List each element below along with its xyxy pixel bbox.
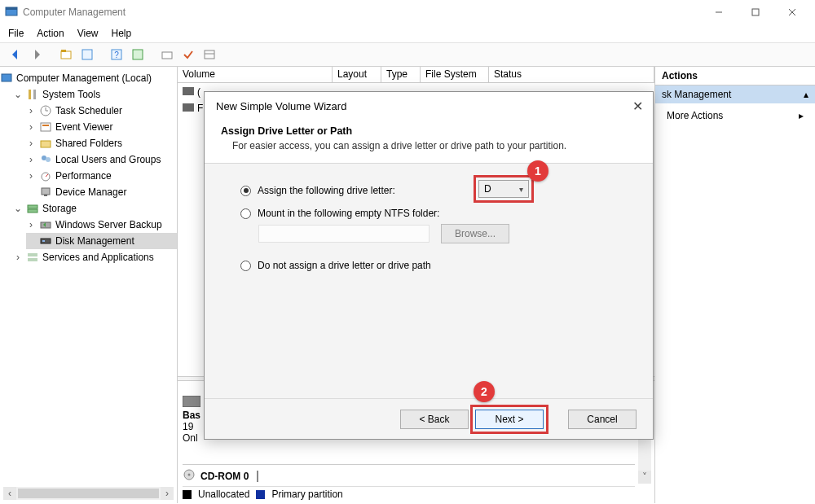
tree-task-scheduler[interactable]: ›Task Scheduler (26, 103, 177, 119)
help-icon[interactable]: ? (108, 46, 126, 64)
col-filesystem[interactable]: File System (421, 67, 489, 82)
svg-rect-37 (183, 87, 194, 95)
tree-services-apps[interactable]: › Services and Applications (13, 249, 177, 265)
chevron-right-icon[interactable]: › (26, 170, 36, 182)
chevron-right-icon[interactable]: › (13, 252, 23, 263)
menu-action[interactable]: Action (37, 28, 64, 39)
chevron-down-icon[interactable]: ⌄ (13, 89, 23, 100)
chevron-right-icon[interactable]: › (26, 154, 36, 165)
tool-icon-1[interactable] (57, 46, 75, 64)
actions-group[interactable]: sk Management ▴ (655, 85, 815, 103)
tool-icon-4[interactable] (158, 46, 176, 64)
tree-scrollbar-horizontal[interactable]: ‹ › (3, 487, 174, 500)
svg-rect-7 (61, 50, 66, 52)
tool-icon-2[interactable] (78, 46, 96, 64)
wizard-subheading: For easier access, you can assign a driv… (221, 140, 637, 151)
menu-help[interactable]: Help (112, 28, 132, 39)
chevron-right-icon[interactable]: › (26, 219, 36, 230)
forward-button[interactable] (28, 46, 46, 64)
cdrom-icon (183, 468, 196, 484)
radio-assign-letter[interactable] (240, 186, 251, 196)
legend-label-unallocated: Unallocated (198, 489, 249, 500)
col-volume[interactable]: Volume (178, 67, 333, 82)
svg-rect-39 (183, 396, 200, 407)
check-icon[interactable] (179, 46, 197, 64)
legend-label-primary: Primary partition (271, 489, 342, 500)
col-status[interactable]: Status (489, 67, 654, 82)
toolbar: ? (0, 42, 815, 67)
tree-root-label: Computer Management (Local) (16, 72, 152, 84)
cancel-button[interactable]: Cancel (568, 410, 637, 429)
tree-windows-backup[interactable]: ›Windows Server Backup (26, 217, 177, 233)
tree-storage[interactable]: ⌄ Storage (13, 200, 177, 217)
legend: Unallocated Primary partition (183, 486, 635, 500)
svg-rect-1 (6, 7, 17, 10)
wizard-title: New Simple Volume Wizard (216, 100, 346, 112)
app-icon (5, 6, 18, 19)
col-layout[interactable]: Layout (333, 67, 381, 82)
ntfs-folder-input[interactable] (258, 225, 430, 243)
tree-event-viewer[interactable]: ›Event Viewer (26, 119, 177, 135)
radio-no-letter[interactable] (240, 261, 251, 271)
legend-swatch-unallocated (183, 490, 192, 499)
tree-disk-management[interactable]: ›Disk Management (26, 233, 177, 249)
svg-rect-34 (42, 240, 45, 242)
svg-rect-8 (82, 50, 92, 59)
radio-mount-folder[interactable] (240, 208, 251, 219)
minimize-button[interactable] (700, 0, 737, 24)
svg-rect-21 (41, 123, 51, 131)
svg-rect-3 (752, 9, 759, 15)
scroll-right-icon[interactable]: › (161, 487, 174, 500)
svg-rect-23 (41, 141, 51, 147)
browse-button[interactable]: Browse... (441, 224, 509, 243)
tool-icon-3[interactable] (129, 46, 147, 64)
cdrom-row[interactable]: CD-ROM 0 (183, 464, 635, 484)
back-button[interactable] (7, 46, 24, 64)
col-type[interactable]: Type (381, 67, 421, 82)
tool-icon-5[interactable] (200, 46, 218, 64)
tree-root[interactable]: Computer Management (Local) (0, 70, 177, 86)
tree-device-manager[interactable]: ›Device Manager (26, 184, 177, 200)
menu-bar: File Action View Help (0, 24, 815, 42)
close-icon[interactable]: ✕ (620, 99, 643, 114)
svg-rect-16 (29, 90, 31, 99)
option-assign-letter[interactable]: Assign the following drive letter: (240, 185, 632, 196)
actions-more[interactable]: More Actions ▸ (655, 103, 815, 128)
drive-letter-select[interactable]: D ▾ (478, 180, 529, 198)
chevron-right-icon[interactable]: › (26, 121, 36, 133)
chevron-down-icon: ▾ (519, 185, 523, 194)
svg-point-41 (188, 474, 191, 476)
collapse-up-icon[interactable]: ▴ (804, 89, 808, 100)
legend-swatch-primary (256, 490, 265, 499)
chevron-right-icon[interactable]: › (26, 138, 36, 149)
disk-icon (183, 86, 194, 98)
chevron-down-icon[interactable]: ⌄ (13, 203, 23, 214)
close-window-button[interactable] (773, 0, 810, 24)
svg-rect-22 (42, 125, 49, 126)
tree-system-tools[interactable]: ⌄ System Tools (13, 86, 177, 103)
maximize-button[interactable] (737, 0, 773, 24)
next-button[interactable]: Next > (475, 410, 544, 429)
svg-text:?: ? (114, 50, 119, 59)
tree-performance[interactable]: ›Performance (26, 168, 177, 184)
option-no-letter[interactable]: Do not assign a drive letter or drive pa… (240, 260, 632, 271)
wizard-heading: Assign Drive Letter or Path (221, 125, 637, 137)
option-mount-folder[interactable]: Mount in the following empty NTFS folder… (240, 208, 632, 219)
svg-point-25 (46, 157, 51, 162)
window-titlebar: Computer Management (0, 0, 815, 24)
menu-file[interactable]: File (8, 28, 24, 39)
disk-icon (183, 398, 200, 410)
svg-rect-31 (28, 209, 37, 213)
svg-rect-30 (28, 205, 37, 208)
tree-local-users[interactable]: ›Local Users and Groups (26, 151, 177, 168)
svg-rect-17 (33, 90, 36, 99)
back-button[interactable]: < Back (400, 410, 469, 429)
menu-view[interactable]: View (77, 28, 99, 39)
scroll-down-icon[interactable]: ˅ (638, 471, 651, 484)
scroll-left-icon[interactable]: ‹ (3, 487, 16, 500)
volume-grid-header: Volume Layout Type File System Status (178, 67, 654, 83)
svg-rect-13 (205, 50, 214, 59)
chevron-right-icon[interactable]: › (26, 105, 36, 116)
tree-shared-folders[interactable]: ›Shared Folders (26, 135, 177, 151)
svg-rect-29 (44, 195, 47, 196)
